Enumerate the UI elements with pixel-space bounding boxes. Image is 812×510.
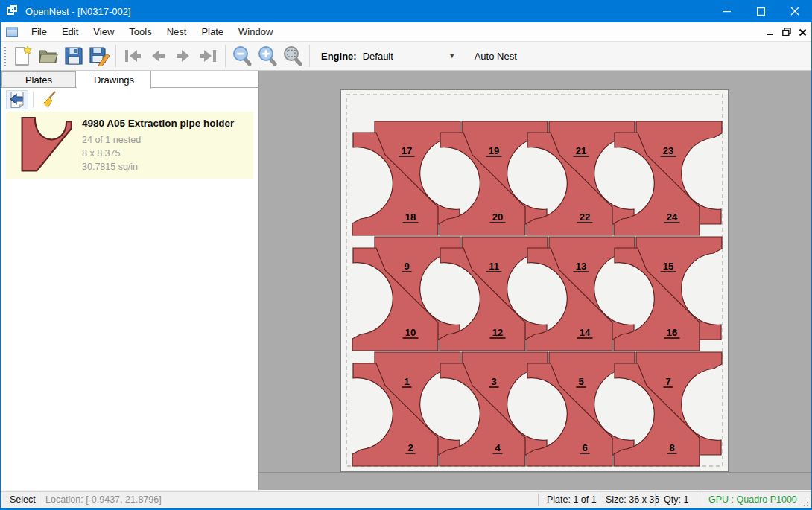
tab-drawings[interactable]: Drawings [77, 71, 151, 89]
tab-plates[interactable]: Plates [1, 71, 76, 88]
window-title: OpenNest - [N0317-002] [25, 6, 131, 17]
save-as-button[interactable] [86, 44, 112, 68]
minimize-button[interactable] [709, 0, 743, 22]
drawings-toolbar [0, 89, 258, 110]
part-number: 12 [492, 327, 503, 338]
menu-item-nest[interactable]: Nest [159, 23, 194, 40]
menu-bar: File Edit View Tools Nest Plate Window [1, 22, 811, 42]
next-plate-button[interactable] [171, 44, 196, 68]
sidebar: Plates Drawings [0, 71, 259, 490]
part-number: 16 [667, 327, 677, 338]
engine-value: Default [361, 51, 446, 62]
resize-grip[interactable] [800, 498, 809, 507]
open-folder-icon [38, 47, 59, 65]
menu-item-window[interactable]: Window [231, 23, 280, 40]
drawing-thumbnail [12, 115, 77, 176]
mdi-restore-icon[interactable] [782, 28, 791, 36]
menu-item-edit[interactable]: Edit [54, 23, 86, 40]
mdi-close-icon[interactable] [799, 28, 807, 36]
part-number: 4 [495, 442, 501, 453]
save-button[interactable] [61, 44, 86, 68]
zoom-out-button[interactable] [229, 44, 255, 68]
title-bar: OpenNest - [N0317-002] [0, 0, 812, 22]
save-icon [64, 46, 83, 66]
canvas-divider [259, 472, 812, 473]
sidebar-tabstrip: Plates Drawings [0, 71, 259, 88]
part-number: 17 [402, 145, 412, 156]
new-document-icon [13, 45, 33, 66]
part-number: 15 [663, 261, 673, 272]
part-number: 21 [576, 145, 586, 156]
engine-label: Engine: [321, 51, 357, 62]
part-number: 10 [405, 327, 416, 338]
first-plate-button[interactable] [120, 44, 145, 68]
part-number: 5 [578, 376, 583, 387]
status-gpu: GPU : Quadro P1000 [708, 494, 797, 505]
next-arrow-icon [174, 48, 192, 63]
drawing-nested-count: 24 of 1 nested [82, 133, 234, 147]
status-size: Size: 36 x 36 [606, 494, 659, 505]
import-drawing-button[interactable] [6, 90, 28, 109]
close-button[interactable] [778, 0, 812, 22]
last-plate-button[interactable] [196, 44, 221, 68]
main-toolbar: Engine: Default ▼ Auto Nest [1, 42, 811, 71]
drawing-title: 4980 A05 Extraction pipe holder [82, 118, 234, 129]
plate-panel[interactable]: 171819202122232491011121314151612345678 [340, 89, 729, 472]
previous-arrow-icon [149, 48, 167, 63]
part-number: 9 [404, 261, 409, 272]
part-number: 22 [580, 211, 590, 223]
mdi-minimize-icon[interactable] [767, 28, 775, 36]
minimize-icon [723, 7, 731, 16]
first-arrow-icon [123, 48, 142, 63]
broom-icon [40, 90, 58, 109]
part-number: 11 [489, 261, 499, 272]
new-button[interactable] [10, 44, 36, 68]
import-drawing-icon [9, 91, 25, 109]
part-number: 19 [489, 145, 499, 156]
part-number: 8 [669, 442, 674, 453]
drawing-area: 30.7815 sq/in [82, 160, 234, 173]
status-qty: Qty: 1 [664, 494, 688, 505]
part-number: 7 [665, 376, 670, 387]
status-location: Location: [-0.9437, 21.8796] [45, 494, 162, 505]
nest-view: 171819202122232491011121314151612345678 [341, 90, 728, 471]
part-number: 23 [663, 145, 673, 156]
zoom-in-icon [257, 45, 278, 66]
part-number: 14 [580, 327, 591, 338]
zoom-extents-button[interactable] [280, 44, 305, 68]
part-number: 24 [667, 211, 678, 223]
part-number: 20 [492, 211, 503, 223]
chevron-down-icon: ▼ [446, 48, 458, 63]
previous-plate-button[interactable] [145, 44, 171, 68]
last-arrow-icon [199, 48, 218, 63]
document-icon[interactable] [6, 27, 18, 37]
status-bar: Select Location: [-0.9437, 21.8796] Plat… [1, 491, 811, 508]
zoom-out-icon [232, 45, 253, 66]
drawing-size: 8 x 8.375 [82, 147, 234, 160]
menu-item-file[interactable]: File [24, 23, 54, 40]
part-number: 18 [405, 211, 416, 223]
drawing-list-item[interactable]: 4980 A05 Extraction pipe holder 24 of 1 … [6, 112, 253, 179]
engine-combobox[interactable]: Default ▼ [361, 47, 458, 65]
part-number: 3 [491, 376, 496, 387]
status-mode: Select [10, 494, 36, 505]
window-border [0, 22, 1, 508]
part-number: 6 [582, 442, 587, 453]
maximize-icon [757, 7, 765, 16]
zoom-in-button[interactable] [255, 44, 280, 68]
menu-item-view[interactable]: View [86, 23, 121, 40]
save-as-icon [89, 46, 110, 66]
toolbar-grip[interactable] [4, 46, 6, 66]
app-icon [7, 5, 19, 17]
maximize-button[interactable] [743, 0, 778, 22]
clear-drawings-button[interactable] [38, 90, 60, 109]
status-plate: Plate: 1 of 1 [547, 494, 597, 505]
menu-item-plate[interactable]: Plate [194, 23, 231, 40]
close-icon [790, 7, 799, 16]
part-number: 13 [576, 261, 586, 272]
auto-nest-button[interactable]: Auto Nest [470, 48, 521, 65]
nest-canvas[interactable]: 171819202122232491011121314151612345678 [259, 71, 812, 490]
open-button[interactable] [36, 44, 61, 68]
menu-item-tools[interactable]: Tools [121, 23, 159, 40]
zoom-extents-icon [282, 45, 303, 66]
